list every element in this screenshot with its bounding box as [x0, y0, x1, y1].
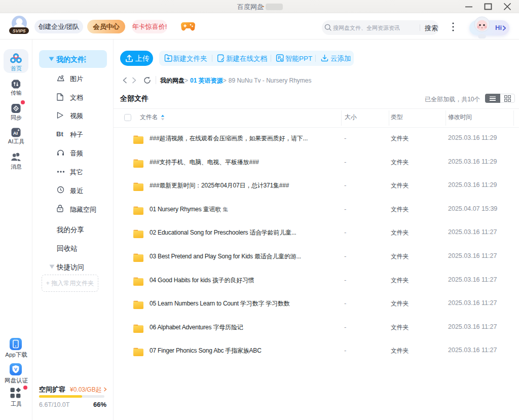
svg-text:AI: AI	[281, 59, 283, 61]
svg-text:AI: AI	[13, 130, 18, 136]
svg-text:V: V	[14, 367, 17, 372]
